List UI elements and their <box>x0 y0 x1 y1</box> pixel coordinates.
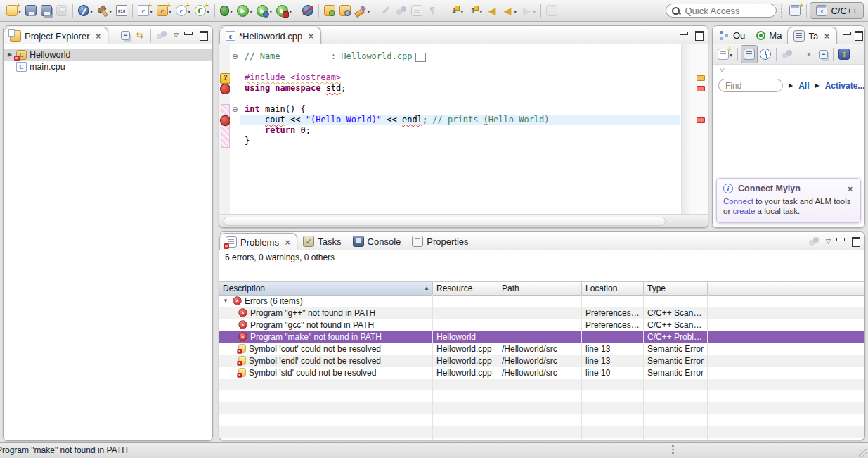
view-tab-ma[interactable]: Ma <box>751 27 787 44</box>
run-configuration-button[interactable]: ▶ <box>274 2 294 19</box>
tab-project-explorer[interactable]: Project Explorer <box>4 27 108 45</box>
minimize-button[interactable] <box>678 30 689 40</box>
overview-error-marker[interactable] <box>697 117 705 123</box>
filter-all-link[interactable]: All <box>798 81 809 91</box>
code-line[interactable]: } <box>240 136 680 146</box>
close-icon[interactable] <box>823 32 830 40</box>
horizontal-scrollbar[interactable] <box>219 214 708 227</box>
collapse-all-button[interactable]: − <box>817 46 830 63</box>
scheduled-presentation-button[interactable] <box>758 46 773 63</box>
debug-button[interactable] <box>218 2 235 19</box>
minimize-button[interactable] <box>183 30 194 40</box>
code-line[interactable] <box>240 94 680 104</box>
column-header-resource[interactable]: Resource <box>433 282 498 295</box>
close-icon[interactable] <box>307 32 314 40</box>
view-tab-properties[interactable]: Properties <box>406 233 474 250</box>
minimize-button[interactable] <box>835 236 846 246</box>
close-icon[interactable] <box>847 185 854 193</box>
code-line[interactable] <box>240 62 680 72</box>
problem-row[interactable]: Symbol 'endl' could not be resolvedHello… <box>219 355 864 367</box>
new-wizard-button[interactable] <box>76 2 95 19</box>
open-resource-button[interactable] <box>337 2 353 19</box>
folding-gutter[interactable]: ⊕⊖ <box>230 44 240 215</box>
statusbar-splitter[interactable] <box>672 445 674 455</box>
open-binary-button[interactable]: 010 <box>114 2 129 19</box>
problem-row[interactable]: Symbol 'std' could not be resolvedHellow… <box>219 367 864 379</box>
resize-grip-icon[interactable] <box>859 449 867 457</box>
view-tab-ta[interactable]: Ta <box>787 27 836 45</box>
build-button[interactable] <box>95 2 114 19</box>
minimize-button[interactable] <box>841 30 850 40</box>
tree-item-helloworld[interactable]: CHelloworld <box>4 49 212 61</box>
new-task-button[interactable] <box>715 46 734 63</box>
annotation-gutter[interactable]: ? <box>219 44 231 215</box>
view-tab-tasks[interactable]: ✓Tasks <box>297 233 346 250</box>
categorized-presentation-button[interactable] <box>741 45 758 63</box>
new-c-class-button[interactable]: c <box>174 2 193 19</box>
back-button[interactable]: ◀ <box>500 2 519 19</box>
maximize-button[interactable] <box>198 30 209 40</box>
filter-completed-tasks-button[interactable]: × <box>801 46 817 63</box>
column-header-path[interactable]: Path <box>498 282 582 295</box>
view-menu-icon[interactable] <box>826 238 831 245</box>
expander-icon[interactable] <box>223 298 230 304</box>
problem-row[interactable]: ×Program "g++" not found in PATHPreferen… <box>219 307 864 319</box>
connect-link[interactable]: Connect <box>723 197 753 205</box>
save-all-button[interactable] <box>39 2 54 19</box>
view-tab-ou[interactable]: Ou <box>713 27 751 44</box>
code-line[interactable]: using namespace std; <box>240 83 680 94</box>
create-link[interactable]: create <box>732 207 755 215</box>
column-header-description[interactable]: Description <box>219 282 433 295</box>
collapse-all-button[interactable]: − <box>119 27 132 44</box>
new-c-source-file-button[interactable]: c <box>136 2 155 19</box>
next-annotation-button[interactable]: ↓ <box>446 2 465 19</box>
close-icon[interactable] <box>284 238 291 246</box>
overview-error-marker[interactable] <box>697 86 705 91</box>
save-button[interactable] <box>23 2 39 19</box>
fold-collapse-icon[interactable]: ⊖ <box>231 104 240 115</box>
code-line[interactable]: cout << "(Hello World)" << endl; // prin… <box>240 115 680 125</box>
problem-row[interactable]: ×Program "make" not found in PATHHellowo… <box>219 331 864 343</box>
link-with-editor-button[interactable]: ⇆ <box>132 27 148 44</box>
code-line[interactable]: // Name : Helloworld.cpp.. <box>240 51 680 62</box>
maximize-button[interactable] <box>694 30 705 40</box>
fold-expand-icon[interactable]: ⊕ <box>231 51 240 62</box>
view-tab-console[interactable]: Console <box>347 233 407 250</box>
last-edit-location-button[interactable]: ◀ <box>484 2 500 19</box>
column-header-location[interactable]: Location <box>582 282 644 295</box>
new-button[interactable] <box>4 2 23 19</box>
problem-row[interactable]: Symbol 'cout' could not be resolvedHello… <box>219 343 864 355</box>
vertical-scrollbar[interactable] <box>681 44 692 215</box>
find-input[interactable] <box>718 79 783 92</box>
quick-access-box[interactable] <box>666 4 777 18</box>
code-line[interactable]: #include <iostream> <box>240 72 680 83</box>
quick-access-input[interactable] <box>683 5 770 17</box>
open-type-button[interactable] <box>322 2 337 19</box>
maximize-button[interactable] <box>853 30 862 40</box>
overview-ruler[interactable] <box>692 44 708 215</box>
column-header-type[interactable]: Type <box>644 282 708 295</box>
maximize-button[interactable] <box>850 236 862 246</box>
previous-annotation-button[interactable]: ↑ <box>465 2 484 19</box>
view-tab-problems[interactable]: Problems <box>219 233 297 251</box>
expander-icon[interactable] <box>6 51 13 58</box>
code-line[interactable]: return 0; <box>240 125 680 136</box>
overview-warning-marker[interactable] <box>697 75 705 81</box>
close-icon[interactable] <box>94 32 101 40</box>
problem-row[interactable]: ×Program "gcc" not found in PATHPreferen… <box>219 319 864 331</box>
code-line[interactable]: int main() { <box>240 104 680 115</box>
toolbar-overflow-icon[interactable] <box>713 65 864 73</box>
activate-link[interactable]: Activate... <box>825 81 864 91</box>
perspective-c-cpp-button[interactable]: c C/C++ <box>810 2 864 19</box>
tab-helloworld-cpp[interactable]: c *Helloworld.cpp <box>219 27 321 45</box>
run-button[interactable]: ▶ <box>235 2 254 19</box>
scrollbar-thumb[interactable] <box>224 217 666 226</box>
new-c-source-folder-button[interactable]: c <box>155 2 174 19</box>
collapsed-region-indicator[interactable]: .. <box>415 53 426 62</box>
tree-item-main-cpu[interactable]: Cmain.cpu <box>4 61 212 72</box>
synchronize-button[interactable]: ↕ <box>836 46 852 63</box>
open-perspective-button[interactable] <box>786 2 803 19</box>
code-area[interactable]: // Name : Helloworld.cpp..#include <iost… <box>240 44 680 215</box>
view-menu-icon[interactable] <box>174 32 179 39</box>
toggle-mark-occurrences-button[interactable] <box>300 2 316 19</box>
